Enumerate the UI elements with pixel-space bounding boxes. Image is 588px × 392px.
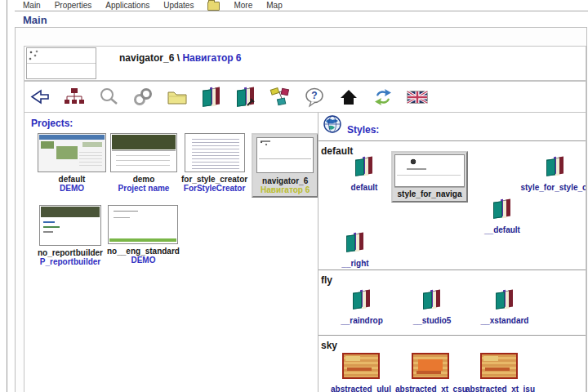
style-item-abstracted-xt-csu[interactable]: abstracted_xt_csu: [395, 353, 466, 392]
project-caption: ForStyleCreator: [184, 184, 246, 193]
styles-label: Styles:: [347, 124, 379, 136]
left-frame-divider: [7, 0, 7, 392]
style-books-icon: [345, 232, 366, 253]
style-item-abstracted-xt-jsu[interactable]: abstracted_xt_jsu: [466, 353, 532, 392]
open-folder-icon[interactable]: [167, 87, 188, 108]
project-item-no-eng-standard[interactable]: no__eng_standard DEMO: [107, 205, 180, 265]
style-group-default: default: [321, 145, 353, 157]
main-panel: ? Projects: default DEMO demo: [24, 81, 586, 392]
project-title: navigator_6 \ Навигатор 6: [119, 52, 242, 64]
projects-row-2: no_reportbuilder P_reportbuilder no__eng…: [29, 205, 318, 266]
project-thumbnail[interactable]: [39, 205, 101, 246]
style-thumbnail: [342, 353, 380, 379]
style-name: style_for_naviga: [394, 187, 465, 199]
group-divider: [318, 270, 586, 270]
projects-panel: Projects: default DEMO demo Project name…: [24, 113, 318, 392]
style-item-xdefault[interactable]: __default: [474, 198, 531, 234]
styles-header: Styles:: [318, 113, 586, 141]
style-name: default: [338, 183, 390, 192]
project-name: navigator_6: [262, 176, 308, 185]
project-title-alt-name: Навигатор 6: [182, 52, 241, 64]
style-item-studio5[interactable]: __studio5: [405, 289, 459, 325]
svg-text:?: ?: [311, 90, 317, 101]
content-columns: Projects: default DEMO demo Project name…: [24, 113, 586, 392]
project-thumbnail[interactable]: [185, 133, 245, 172]
style-books-icon: [351, 289, 372, 310]
project-caption: Навигатор 6: [261, 185, 310, 194]
project-caption: DEMO: [60, 184, 84, 193]
project-name: no_reportbuilder: [38, 248, 103, 257]
back-arrow-icon[interactable]: [29, 87, 51, 108]
project-caption: P_reportbuilder: [40, 257, 100, 266]
style-books-icon: [354, 156, 375, 177]
style-thumbnail: [394, 154, 465, 187]
projects-row-1: default DEMO demo Project name for_style…: [29, 133, 318, 198]
menu-item-applications[interactable]: Applications: [105, 1, 149, 10]
top-menubar: Main Properties Applications Updates Mor…: [23, 0, 283, 11]
style-books-icon: [494, 289, 515, 310]
help-icon[interactable]: ?: [304, 87, 325, 108]
style-name: __studio5: [405, 316, 459, 325]
sitemap-icon[interactable]: [64, 87, 85, 108]
project-mini-preview: [26, 47, 96, 79]
style-thumbnail: [480, 353, 518, 379]
group-divider: [318, 335, 586, 336]
style-item-raindrop[interactable]: __raindrop: [335, 289, 389, 325]
style-group-fly: fly: [321, 274, 332, 286]
style-group-sky: sky: [321, 340, 337, 351]
style-books-icon: [492, 198, 513, 220]
style-books-icon: [545, 156, 566, 177]
menu-item-main[interactable]: Main: [23, 1, 41, 10]
styles-tools-icon[interactable]: [235, 87, 256, 108]
project-thumbnail[interactable]: [38, 133, 106, 172]
project-item-navigator-6-selected[interactable]: navigator_6 Навигатор 6: [252, 133, 318, 198]
style-item-xstandard[interactable]: __xstandard: [475, 289, 534, 325]
style-name: __right: [329, 259, 381, 268]
style-item-style-for-naviga-selected[interactable]: style_for_naviga: [391, 151, 468, 203]
menu-item-more[interactable]: More: [234, 1, 252, 10]
project-name: demo: [133, 175, 155, 184]
style-item-right[interactable]: __right: [329, 232, 381, 268]
refresh-icon[interactable]: [372, 87, 394, 108]
style-creator-icon[interactable]: [270, 87, 291, 108]
project-thumbnail[interactable]: [110, 133, 177, 172]
project-title-separator: \: [177, 52, 180, 64]
styles-panel: Styles: default default style_for_naviga…: [318, 113, 586, 392]
menu-item-updates[interactable]: Updates: [163, 1, 194, 10]
project-name: default: [59, 175, 86, 184]
project-thumbnail[interactable]: [256, 137, 314, 173]
style-name: abstracted_ulul: [328, 385, 394, 392]
folder-icon[interactable]: [207, 2, 220, 11]
menu-item-map[interactable]: Map: [266, 1, 282, 10]
style-thumbnail: [412, 353, 449, 379]
style-books-icon: [421, 289, 443, 310]
style-item-style-for-style-cr[interactable]: style_for_style_cr: [510, 156, 586, 192]
style-item-abstracted-ulul[interactable]: abstracted_ulul: [328, 353, 394, 392]
home-icon[interactable]: [338, 87, 359, 108]
project-title-name: navigator_6: [119, 52, 174, 64]
project-thumbnail[interactable]: [108, 205, 178, 244]
uk-flag-icon[interactable]: [407, 87, 428, 108]
project-item-for-style-creator[interactable]: for_style_creator ForStyleCreator: [181, 133, 247, 193]
project-caption: DEMO: [131, 256, 155, 265]
project-caption: Project name: [118, 184, 170, 193]
search-icon[interactable]: [98, 87, 119, 108]
menu-item-properties[interactable]: Properties: [55, 1, 92, 10]
style-item-default[interactable]: default: [338, 156, 390, 192]
project-titlebar: navigator_6 \ Навигатор 6: [24, 46, 586, 81]
page-title: Main: [23, 14, 47, 26]
style-name: style_for_style_cr: [510, 183, 586, 192]
project-item-no-reportbuilder[interactable]: no_reportbuilder P_reportbuilder: [38, 205, 103, 266]
globe-icon: [323, 114, 342, 137]
links-icon[interactable]: [132, 87, 154, 108]
style-name: __xstandard: [475, 316, 534, 325]
project-name: no__eng_standard: [107, 247, 180, 256]
projects-label: Projects:: [31, 118, 318, 129]
style-name: __raindrop: [335, 316, 389, 325]
styles-books-icon[interactable]: [201, 87, 222, 108]
project-item-demo[interactable]: demo Project name: [110, 133, 177, 193]
project-name: for_style_creator: [181, 175, 247, 184]
style-name: __default: [474, 225, 531, 234]
project-item-default[interactable]: default DEMO: [38, 133, 106, 193]
style-name: abstracted_xt_jsu: [466, 385, 532, 392]
